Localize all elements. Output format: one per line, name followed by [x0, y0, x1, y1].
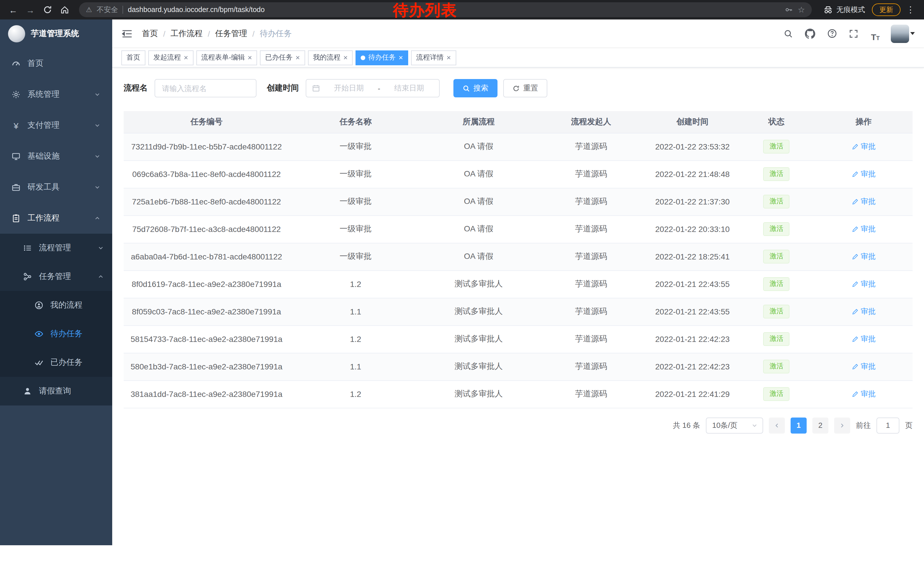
font-size-button[interactable]: TT [869, 26, 882, 41]
cell-process: 测试多审批人 [422, 325, 536, 353]
approve-link[interactable]: 审批 [852, 362, 876, 372]
cell-process: 测试多审批人 [422, 270, 536, 298]
cell-initiator: 芋道源码 [536, 353, 647, 380]
approve-link[interactable]: 审批 [852, 306, 876, 317]
cell-initiator: 芋道源码 [536, 215, 647, 243]
fullscreen-button[interactable] [847, 26, 860, 41]
top-navbar: 首页 / 工作流程 / 任务管理 / 待办任务 [112, 20, 924, 48]
approve-link[interactable]: 审批 [852, 389, 876, 399]
approve-link[interactable]: 审批 [852, 141, 876, 152]
sidebar-item-todo-tasks[interactable]: 待办任务 [0, 320, 112, 348]
tab-home[interactable]: 首页 [122, 50, 146, 65]
cell-actions: 审批 [814, 161, 912, 188]
tab-todo-tasks[interactable]: 待办任务 × [356, 50, 408, 65]
search-button[interactable]: 搜索 [453, 79, 498, 98]
tab-process-detail[interactable]: 流程详情 × [411, 50, 456, 65]
tab-label: 首页 [126, 53, 140, 62]
page-button-1[interactable]: 1 [790, 417, 807, 433]
page-button-2[interactable]: 2 [812, 417, 828, 433]
date-range-picker[interactable]: 开始日期 - 结束日期 [306, 79, 440, 98]
github-button[interactable] [804, 26, 816, 41]
browser-back-button[interactable]: ← [6, 2, 21, 17]
cell-actions: 审批 [814, 353, 912, 380]
table-row: a6aba0a4-7b6d-11ec-b781-acde48001122 一级审… [124, 243, 912, 270]
start-date-placeholder: 开始日期 [325, 83, 373, 93]
search-button[interactable] [782, 26, 795, 41]
tab-start-process[interactable]: 发起流程 × [148, 50, 193, 65]
approve-link[interactable]: 审批 [852, 334, 876, 344]
close-icon[interactable]: × [447, 54, 451, 61]
browser-forward-button[interactable]: → [23, 2, 38, 17]
sidebar-collapse-button[interactable] [116, 19, 138, 48]
breadcrumb-home[interactable]: 首页 [142, 29, 158, 39]
edit-pen-icon [852, 390, 858, 398]
approve-link[interactable]: 审批 [852, 251, 876, 262]
close-icon[interactable]: × [344, 54, 348, 61]
tab-form-edit[interactable]: 流程表单-编辑 × [196, 50, 257, 65]
cell-actions: 审批 [814, 243, 912, 270]
page-size-select[interactable]: 10条/页 [706, 417, 763, 433]
incognito-icon [823, 5, 833, 15]
app-title: 芋道管理系统 [31, 29, 79, 39]
github-icon [805, 29, 815, 39]
cell-status: 激活 [738, 270, 814, 298]
browser-home-button[interactable] [57, 2, 72, 17]
sidebar-item-workflow[interactable]: 工作流程 [0, 203, 112, 234]
status-badge: 激活 [764, 195, 790, 208]
approve-link[interactable]: 审批 [852, 279, 876, 289]
status-badge: 激活 [764, 387, 790, 401]
approve-link[interactable]: 审批 [852, 224, 876, 234]
sidebar-item-payment[interactable]: ¥ 支付管理 [0, 110, 112, 141]
content: 流程名 创建时间 开始日期 - 结束日期 [112, 68, 924, 563]
sidebar-item-devtools[interactable]: 研发工具 [0, 172, 112, 203]
double-check-icon [34, 358, 44, 367]
help-button[interactable] [825, 26, 838, 41]
bookmark-star-icon[interactable]: ☆ [798, 5, 805, 14]
tab-done-tasks[interactable]: 已办任务 × [260, 50, 305, 65]
font-size-icon: T [871, 32, 876, 41]
goto-page-input[interactable] [876, 417, 899, 433]
sidebar-item-done-tasks[interactable]: 已办任务 [0, 348, 112, 377]
sidebar-item-task-management[interactable]: 任务管理 [0, 262, 112, 291]
sidebar-item-process-management[interactable]: 流程管理 [0, 234, 112, 262]
screen: ← → ⚠ 不安全 dashboard.yudao.iocoder.cn/bpm… [0, 0, 924, 563]
close-icon[interactable]: × [296, 54, 300, 61]
sidebar-item-infrastructure[interactable]: 基础设施 [0, 141, 112, 172]
column-header-status: 状态 [738, 111, 814, 133]
user-menu[interactable] [891, 24, 915, 43]
cell-task-name: 1.1 [290, 353, 422, 380]
table-row: 73211d9d-7b9b-11ec-b5b7-acde48001122 一级审… [124, 133, 912, 161]
browser-refresh-button[interactable] [40, 2, 55, 17]
prev-page-button[interactable] [769, 417, 785, 433]
chevron-down-icon [751, 422, 758, 429]
breadcrumb-task-management[interactable]: 任务管理 [215, 29, 248, 39]
approve-link-label: 审批 [861, 334, 876, 344]
sidebar-item-system[interactable]: 系统管理 [0, 79, 112, 110]
next-page-button[interactable] [834, 417, 850, 433]
browser-menu-icon[interactable]: ⋮ [903, 5, 918, 15]
cell-process: OA 请假 [422, 215, 536, 243]
chevron-down-icon [98, 245, 104, 251]
list-icon [23, 243, 32, 252]
sidebar-item-my-process[interactable]: 我的流程 [0, 291, 112, 320]
reset-button[interactable]: 重置 [503, 79, 547, 98]
close-icon[interactable]: × [184, 54, 188, 61]
key-icon[interactable] [785, 6, 793, 14]
sidebar-item-leave-query[interactable]: 请假查询 [0, 377, 112, 405]
sidebar-item-home[interactable]: 首页 [0, 48, 112, 79]
close-icon[interactable]: × [248, 54, 252, 61]
approve-link[interactable]: 审批 [852, 197, 876, 207]
breadcrumb-workflow[interactable]: 工作流程 [171, 29, 202, 39]
cell-created: 2022-01-21 22:41:29 [646, 380, 738, 408]
browser-update-button[interactable]: 更新 [872, 3, 900, 16]
breadcrumb-separator: / [252, 29, 255, 38]
close-icon[interactable]: × [399, 54, 403, 61]
process-name-input[interactable] [154, 79, 256, 98]
cell-actions: 审批 [814, 380, 912, 408]
tab-my-process[interactable]: 我的流程 × [308, 50, 353, 65]
search-button-label: 搜索 [474, 83, 488, 93]
search-icon [784, 29, 793, 38]
approve-link[interactable]: 审批 [852, 169, 876, 179]
cell-task-name: 一级审批 [290, 133, 422, 161]
cell-task-id: 73211d9d-7b9b-11ec-b5b7-acde48001122 [124, 133, 290, 161]
